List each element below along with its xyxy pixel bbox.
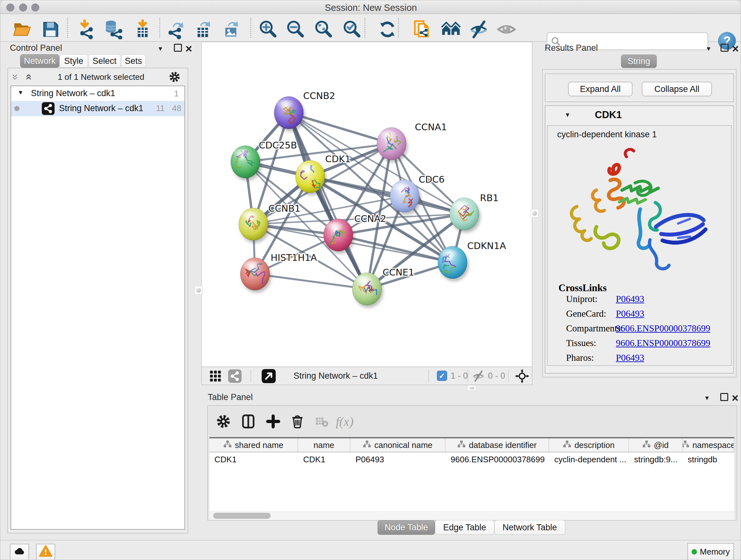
network-options-gear-icon[interactable] [169,71,181,84]
export-image-icon[interactable] [220,18,243,41]
zoom-fit-icon[interactable] [313,18,335,41]
selected-checkbox-icon[interactable]: ✓ [437,371,447,381]
network-node-cdkn1a[interactable]: CDKN1A [438,240,506,281]
table-cell[interactable]: CDK1 [298,452,350,466]
right-splitter-handle[interactable] [530,209,539,217]
refresh-icon[interactable] [376,18,399,41]
table-cell[interactable]: stringdb:9... [629,452,683,466]
tab-select[interactable]: Select [88,54,121,68]
export-table-icon[interactable] [192,18,215,41]
zoom-selected-icon[interactable] [341,18,364,41]
scrollbar-thumb[interactable] [213,513,271,519]
column-header-shared-name[interactable]: shared name [209,438,298,452]
crosslink-link[interactable]: 9606.ENSP00000378699 [616,323,711,334]
tab-edge-table[interactable]: Edge Table [435,520,494,535]
network-node-rb1[interactable]: RB1 [450,192,499,233]
results-panel-float-icon[interactable] [721,44,729,52]
tab-style[interactable]: Style [59,54,88,68]
tab-network-table[interactable]: Network Table [494,520,565,535]
warnings-button[interactable] [36,544,55,560]
expand-all-button[interactable]: Expand All [568,82,632,97]
network-node-hist1h1a[interactable]: HIST1H1A [240,252,317,293]
network-node-cdc6[interactable]: CDC6 [390,174,445,215]
hide-selected-eye-slash-icon[interactable] [467,18,490,41]
toolbar-separator [67,18,68,38]
hidden-eye-slash-icon[interactable] [472,370,485,384]
control-panel-float-icon[interactable] [174,44,182,52]
table-settings-gear-icon[interactable] [213,412,233,431]
collection-expander-icon[interactable]: ▼ [17,89,23,96]
clone-network-icon[interactable] [411,18,434,41]
network-canvas[interactable]: CCNB2CCNA1CDC25BCDK1CDC6RB1CCNB1CCNA2CDK… [202,42,532,367]
import-network-database-icon[interactable] [102,18,125,41]
results-panel-close-icon[interactable]: × [732,44,739,54]
network-node-ccne1[interactable]: CCNE1 [352,267,414,308]
network-node-ccnb2[interactable]: CCNB2 [274,90,335,132]
table-panel: Table Panel ▼ × f(x) [205,390,738,538]
tab-sets[interactable]: Sets [121,54,146,68]
column-header-description[interactable]: description [549,438,629,452]
delete-column-trash-icon[interactable] [287,412,307,431]
column-header--id[interactable]: @id [629,438,683,452]
tab-node-table[interactable]: Node Table [378,520,435,535]
table-row[interactable]: CDK1CDK1P064939606.ENSP00000378699cyclin… [209,452,734,466]
left-splitter-handle[interactable] [194,286,203,294]
tab-network[interactable]: Network [20,54,59,68]
expand-all-icon[interactable]: » [22,74,33,80]
column-header-canonical-name[interactable]: canonical name [350,438,446,452]
table-cell[interactable]: P06493 [350,452,446,466]
control-panel-close-icon[interactable]: × [185,44,192,54]
table-panel-menu-icon[interactable]: ▼ [704,395,710,401]
table-cell[interactable]: stringdb [683,452,734,466]
birds-eye-view-icon[interactable] [209,370,222,384]
save-session-icon[interactable] [39,18,62,41]
application-window: Session: New Session [0,0,741,560]
column-header-name[interactable]: name [298,438,350,452]
crosslink-link[interactable]: P06493 [616,308,644,319]
network-node-ccna1[interactable]: CCNA1 [377,122,447,163]
table-cell[interactable]: cyclin-dependent ... [549,452,629,466]
memory-button[interactable]: Memory [687,543,734,560]
bottom-splitter-handle[interactable] [467,385,476,391]
node-table[interactable]: shared namenamecanonical namedatabase id… [209,437,734,520]
string-network-badge-icon[interactable] [228,369,242,383]
column-type-icon [563,440,571,450]
control-panel-title: Control Panel [10,43,62,53]
import-network-file-icon[interactable] [75,18,98,41]
table-horizontal-scrollbar[interactable] [209,511,734,520]
add-column-plus-icon[interactable] [263,412,283,431]
import-table-file-icon[interactable] [131,18,154,41]
table-cell[interactable]: 9606.ENSP00000378699 [446,452,549,466]
cloud-status-button[interactable] [10,544,29,560]
table-panel-float-icon[interactable] [720,393,728,401]
network-collection-row[interactable]: ▼ String Network – cdk1 1 [11,87,185,101]
column-header-namespace[interactable]: namespace [683,438,734,452]
show-all-eye-icon[interactable] [495,18,518,41]
crosslink-link[interactable]: P06493 [616,353,644,363]
tab-string[interactable]: String [621,55,657,68]
crosslink-link[interactable]: P06493 [616,294,644,304]
results-panel-menu-icon[interactable]: ▼ [705,46,712,52]
center-view-crosshair-icon[interactable] [515,369,529,384]
open-session-icon[interactable] [10,18,33,41]
network-label: String Network – cdk1 [59,104,143,113]
network-edge[interactable] [255,274,367,289]
network-node-count: 11 [156,104,165,113]
table-panel-close-icon[interactable]: × [732,394,738,403]
control-panel-menu-icon[interactable]: ▼ [157,46,163,52]
node-gloss [392,183,409,192]
collapse-all-button[interactable]: Collapse All [642,82,712,97]
export-network-icon[interactable] [165,18,188,41]
show-columns-icon[interactable] [239,412,258,431]
section-expander-icon[interactable]: ▼ [564,112,570,118]
crosslink-link[interactable]: 9606.ENSP00000378699 [616,338,711,348]
column-header-database-identifier[interactable]: database identifier [446,438,549,452]
zoom-out-icon[interactable] [284,18,307,41]
collapse-all-icon[interactable]: » [10,74,21,80]
network-row-selected[interactable]: String Network – cdk1 11 48 [11,101,185,116]
apply-layout-houses-icon[interactable] [440,18,462,41]
table-cell[interactable]: CDK1 [209,452,298,466]
network-view[interactable]: CCNB2CCNA1CDC25BCDK1CDC6RB1CCNB1CCNA2CDK… [201,42,532,385]
zoom-in-icon[interactable] [257,18,280,41]
open-view-icon[interactable] [262,369,276,383]
